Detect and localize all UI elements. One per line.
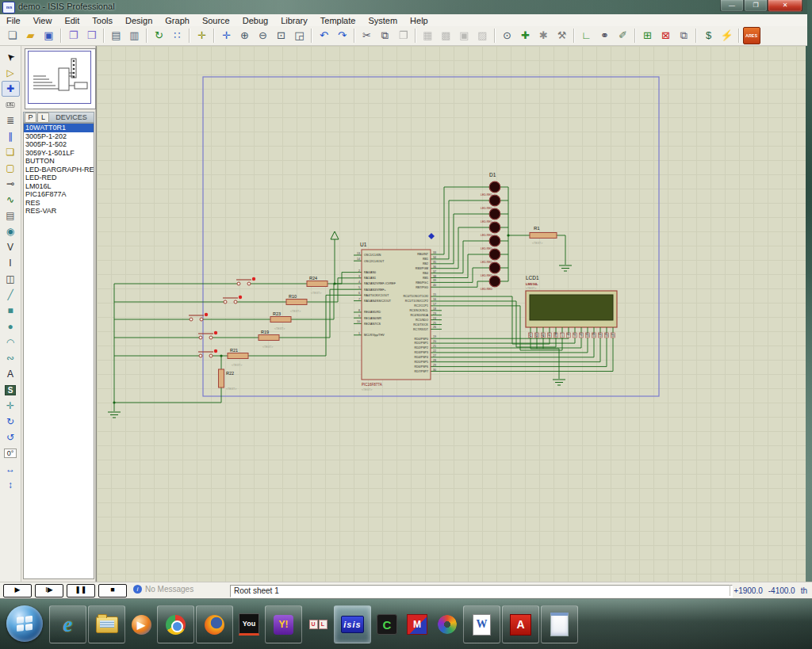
redo-icon[interactable]: ↷ bbox=[334, 27, 351, 44]
zoom-area-icon[interactable]: ◲ bbox=[291, 27, 308, 44]
open-folder-icon[interactable]: ▰ bbox=[22, 27, 40, 44]
mark-output-area-icon[interactable]: ▥ bbox=[126, 27, 144, 44]
menu-file[interactable]: File bbox=[0, 16, 27, 25]
pick-devices-button[interactable]: P bbox=[25, 113, 36, 123]
virtual-instrument-icon[interactable]: ◫ bbox=[2, 271, 20, 287]
2d-arc-icon[interactable]: ◠ bbox=[2, 334, 20, 350]
pick-device-icon[interactable]: ⊙ bbox=[499, 27, 516, 44]
isis-icon[interactable]: isis bbox=[334, 605, 371, 643]
block-delete-icon[interactable]: ▨ bbox=[474, 27, 492, 44]
device-item-res-var[interactable]: RES-VAR bbox=[24, 207, 94, 216]
device-item-lm016l[interactable]: LM016L bbox=[24, 182, 94, 191]
tiles-app-icon[interactable]: UL bbox=[304, 606, 332, 643]
goto-sheet-icon[interactable]: ⧉ bbox=[676, 27, 693, 44]
schematic-canvas[interactable]: U1PIC16F877A<TEXT>OSC1/CLKIN13OSC2/CLKOU… bbox=[96, 46, 806, 582]
property-assignment-icon[interactable]: ✐ bbox=[615, 27, 632, 44]
ie-icon[interactable]: e bbox=[49, 605, 86, 643]
cut-icon[interactable]: ✂ bbox=[358, 27, 376, 44]
pause-button[interactable]: ❚❚ bbox=[67, 584, 95, 597]
component-button-4[interactable] bbox=[198, 331, 217, 339]
wire-autorouter-icon[interactable]: ∟ bbox=[578, 27, 596, 44]
selection-arrow-icon[interactable]: ➤ bbox=[2, 49, 20, 65]
zoom-all-icon[interactable]: ⊡ bbox=[273, 27, 290, 44]
component-r19[interactable] bbox=[259, 335, 279, 341]
import-section-icon[interactable]: ❐ bbox=[65, 27, 82, 44]
wire-label-icon[interactable]: LBL bbox=[2, 97, 20, 113]
redraw-icon[interactable]: ↻ bbox=[151, 27, 168, 44]
led-6[interactable] bbox=[489, 249, 500, 260]
led-8[interactable] bbox=[489, 276, 500, 287]
device-item-led-bargraph-red[interactable]: LED-BARGRAPH-RED bbox=[24, 166, 94, 174]
component-r10[interactable] bbox=[286, 300, 307, 305]
device-item-led-red[interactable]: LED-RED bbox=[24, 174, 94, 182]
explorer-icon[interactable] bbox=[88, 605, 125, 643]
remove-sheet-icon[interactable]: ⊠ bbox=[657, 27, 675, 44]
generator-icon[interactable]: ◉ bbox=[2, 223, 20, 239]
current-probe-icon[interactable]: I bbox=[2, 255, 20, 271]
mikroc-icon[interactable]: C bbox=[373, 606, 401, 643]
pan-icon[interactable]: ✛ bbox=[218, 27, 236, 44]
media-player-icon[interactable]: ▶ bbox=[127, 606, 155, 643]
save-icon[interactable]: ▣ bbox=[40, 27, 58, 44]
device-item-3005p-1-202[interactable]: 3005P-1-202 bbox=[24, 132, 94, 141]
led-1[interactable] bbox=[489, 181, 500, 193]
component-r22[interactable] bbox=[219, 369, 224, 387]
zoom-in-icon[interactable]: ⊕ bbox=[236, 27, 254, 44]
graph-mode-icon[interactable]: ∿ bbox=[2, 192, 20, 208]
voltage-probe-icon[interactable]: V bbox=[2, 239, 20, 255]
play-button[interactable]: ▶ bbox=[3, 584, 32, 597]
2d-path-icon[interactable]: ∾ bbox=[2, 350, 20, 366]
menu-view[interactable]: View bbox=[27, 16, 59, 25]
packaging-tool-icon[interactable]: ✱ bbox=[535, 27, 553, 44]
component-mode-icon[interactable]: ▷ bbox=[2, 65, 20, 81]
maximize-button[interactable]: ❐ bbox=[744, 0, 768, 12]
subcircuit-icon[interactable]: ❏ bbox=[2, 144, 20, 160]
terminal-icon[interactable]: ▢ bbox=[2, 160, 20, 176]
device-pin-icon[interactable]: ⊸ bbox=[2, 176, 20, 192]
electrical-check-icon[interactable]: ⚡ bbox=[718, 27, 736, 44]
close-button[interactable]: ✕ bbox=[768, 0, 802, 12]
minimize-button[interactable]: — bbox=[720, 0, 744, 12]
adobe-reader-icon[interactable]: A bbox=[502, 605, 539, 643]
component-r23[interactable] bbox=[270, 317, 291, 323]
text-script-icon[interactable]: ≣ bbox=[2, 113, 20, 128]
yahoo-messenger-icon[interactable]: Y! bbox=[265, 605, 302, 643]
schematic-overview[interactable] bbox=[25, 48, 96, 109]
menu-tools[interactable]: Tools bbox=[86, 16, 119, 25]
led-4[interactable] bbox=[489, 222, 500, 233]
menu-debug[interactable]: Debug bbox=[236, 16, 274, 25]
new-sheet-icon[interactable]: ⊞ bbox=[639, 27, 657, 44]
new-file-icon[interactable]: ❏ bbox=[4, 27, 21, 44]
mirror-y-icon[interactable]: ↕ bbox=[2, 477, 20, 493]
word-icon[interactable]: W bbox=[463, 605, 500, 643]
device-item-pic16f877a[interactable]: PIC16F877A bbox=[24, 190, 94, 199]
component-r24[interactable] bbox=[307, 281, 327, 287]
led-7[interactable] bbox=[489, 262, 500, 273]
chrome-icon[interactable] bbox=[157, 605, 194, 643]
device-item-res[interactable]: RES bbox=[24, 199, 94, 208]
mplab-ide-icon[interactable]: M bbox=[403, 606, 431, 643]
make-device-icon[interactable]: ✚ bbox=[517, 27, 534, 44]
device-item-3005p-1-502[interactable]: 3005P-1-502 bbox=[24, 140, 94, 149]
menu-library[interactable]: Library bbox=[274, 16, 314, 25]
decompose-icon[interactable]: ⚒ bbox=[553, 27, 571, 44]
title-bar[interactable]: ISIS demo - ISIS Professional —❐✕ bbox=[0, 0, 807, 15]
export-section-icon[interactable]: ❒ bbox=[83, 27, 101, 44]
step-button[interactable]: I▶ bbox=[35, 584, 63, 597]
menu-template[interactable]: Template bbox=[314, 16, 362, 25]
component-r1[interactable] bbox=[530, 233, 557, 239]
block-rotate-icon[interactable]: ▣ bbox=[456, 27, 473, 44]
bus-icon[interactable]: ∥ bbox=[2, 128, 20, 144]
zoom-out-icon[interactable]: ⊖ bbox=[255, 27, 272, 44]
block-move-icon[interactable]: ▩ bbox=[438, 27, 455, 44]
paste-icon[interactable]: ❐ bbox=[395, 27, 412, 44]
led-2[interactable] bbox=[489, 195, 500, 206]
device-item-button[interactable]: BUTTON bbox=[24, 157, 94, 166]
print-icon[interactable]: ▤ bbox=[108, 27, 125, 44]
menu-design[interactable]: Design bbox=[119, 16, 159, 25]
start-button[interactable] bbox=[6, 605, 43, 642]
2d-circle-icon[interactable]: ● bbox=[2, 319, 20, 334]
device-item-10watt0r1[interactable]: 10WATT0R1 bbox=[24, 124, 94, 132]
2d-line-icon[interactable]: ╱ bbox=[2, 287, 20, 303]
led-3[interactable] bbox=[489, 208, 500, 220]
